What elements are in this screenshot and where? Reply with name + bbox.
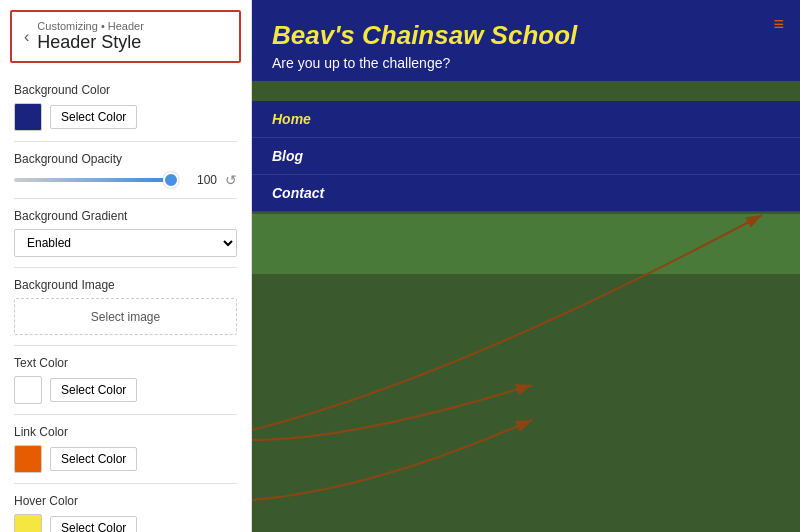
gradient-select[interactable]: Enabled Disabled	[14, 229, 237, 257]
hover-color-label: Hover Color	[14, 494, 237, 508]
preview-header: ≡ Beav's Chainsaw School Are you up to t…	[252, 0, 800, 81]
link-color-row: Select Color	[14, 445, 237, 473]
hover-color-row: Select Color	[14, 514, 237, 532]
nav-item-blog[interactable]: Blog	[252, 138, 800, 175]
background-color-swatch[interactable]	[14, 103, 42, 131]
hover-color-swatch[interactable]	[14, 514, 42, 532]
nav-section: Home Blog Contact	[252, 101, 800, 212]
green-strip	[252, 214, 800, 274]
text-color-row: Select Color	[14, 376, 237, 404]
select-image-label: Select image	[91, 310, 160, 324]
preview-panel: ≡ Beav's Chainsaw School Are you up to t…	[252, 0, 800, 532]
back-button[interactable]: ‹	[24, 29, 29, 45]
page-title: Header Style	[37, 32, 144, 53]
text-color-button[interactable]: Select Color	[50, 378, 137, 402]
nav-item-contact[interactable]: Contact	[252, 175, 800, 212]
background-color-label: Background Color	[14, 83, 237, 97]
link-color-button[interactable]: Select Color	[50, 447, 137, 471]
background-opacity-label: Background Opacity	[14, 152, 237, 166]
text-color-swatch[interactable]	[14, 376, 42, 404]
header-title-block: Customizing • Header Header Style	[37, 20, 144, 53]
background-opacity-section: Background Opacity 100 ↺	[0, 142, 251, 198]
site-tagline: Are you up to the challenge?	[272, 55, 780, 71]
opacity-value: 100	[187, 173, 217, 187]
image-select-box[interactable]: Select image	[14, 298, 237, 335]
background-color-row: Select Color	[14, 103, 237, 131]
breadcrumb: Customizing • Header	[37, 20, 144, 32]
panel-header: ‹ Customizing • Header Header Style	[10, 10, 241, 63]
site-title: Beav's Chainsaw School	[272, 20, 780, 51]
background-color-section: Background Color Select Color	[0, 73, 251, 141]
opacity-slider[interactable]	[14, 178, 179, 182]
background-gradient-section: Background Gradient Enabled Disabled	[0, 199, 251, 267]
customizer-panel: ‹ Customizing • Header Header Style Back…	[0, 0, 252, 532]
text-color-label: Text Color	[14, 356, 237, 370]
text-color-section: Text Color Select Color	[0, 346, 251, 414]
background-image-section: Background Image Select image	[0, 268, 251, 345]
hover-color-section: Hover Color Select Color	[0, 484, 251, 532]
background-image-label: Background Image	[14, 278, 237, 292]
hover-color-button[interactable]: Select Color	[50, 516, 137, 532]
refresh-icon[interactable]: ↺	[225, 172, 237, 188]
background-gradient-label: Background Gradient	[14, 209, 237, 223]
link-color-section: Link Color Select Color	[0, 415, 251, 483]
link-color-label: Link Color	[14, 425, 237, 439]
hamburger-icon[interactable]: ≡	[773, 14, 784, 35]
background-color-button[interactable]: Select Color	[50, 105, 137, 129]
nav-item-home[interactable]: Home	[252, 101, 800, 138]
link-color-swatch[interactable]	[14, 445, 42, 473]
opacity-slider-row: 100 ↺	[14, 172, 237, 188]
